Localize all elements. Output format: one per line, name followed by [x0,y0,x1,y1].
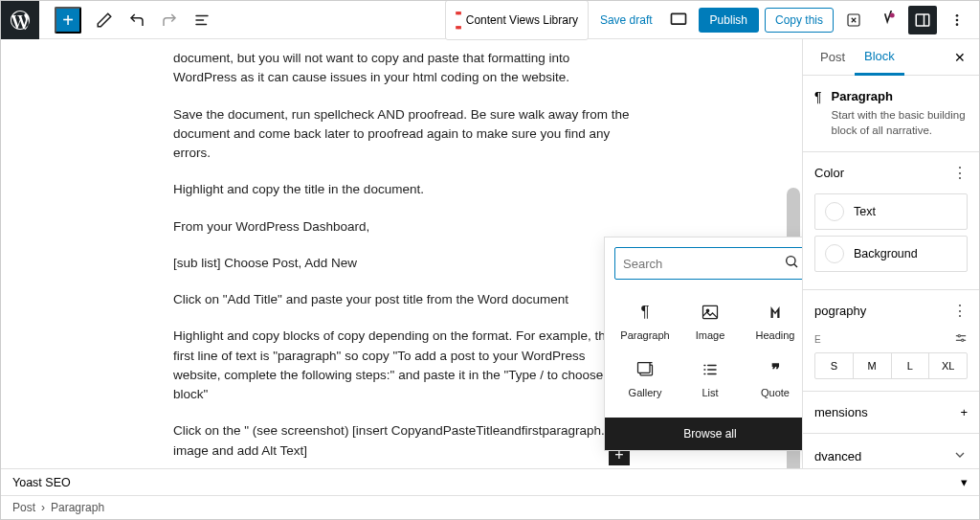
document-overview-icon[interactable] [187,5,217,35]
dimensions-panel-header[interactable]: mensions+ [803,392,979,434]
size-s[interactable]: S [815,353,854,378]
paragraph-block[interactable]: Save the document, run spellcheck AND pr… [173,105,630,164]
gallery-icon [635,360,655,379]
edit-tool-icon[interactable] [89,5,120,35]
paragraph-block[interactable]: Click on the " (see screenshot) [insert … [173,421,630,461]
close-sidebar-icon[interactable]: ✕ [948,46,971,69]
svg-rect-3 [671,13,685,24]
block-description: ¶ Paragraph Start with the basic buildin… [803,76,979,152]
list-icon [702,360,719,379]
top-toolbar: + ▪▪▪▪Content Views Library Save draft P… [1,1,979,39]
svg-rect-6 [916,14,929,26]
block-desc-text: Start with the basic building block of a… [832,107,968,138]
paragraph-block[interactable]: Highlight and copy the title in the docu… [173,180,630,199]
more-options-icon[interactable]: ⋮ [952,164,968,182]
preview-icon[interactable] [664,6,693,34]
color-swatch [825,244,844,263]
text-color-control[interactable]: Text [814,193,968,230]
search-icon [784,254,799,273]
block-option-paragraph[interactable]: ¶Paragraph [612,293,678,350]
save-draft-button[interactable]: Save draft [594,10,658,31]
copy-this-button[interactable]: Copy this [765,8,834,33]
block-option-list[interactable]: List [678,350,743,408]
paragraph-block[interactable]: [sub list] Choose Post, Add New [173,254,630,273]
block-option-heading[interactable]: Heading [743,293,802,350]
svg-point-26 [962,339,964,341]
block-name: Paragraph [832,89,968,103]
svg-point-11 [787,257,795,265]
svg-point-8 [956,14,959,17]
size-label: E [814,334,821,345]
chevron-down-icon: ▾ [961,475,968,489]
jetpack-icon[interactable] [839,6,868,34]
heading-icon [767,303,784,322]
typography-panel-header[interactable]: pography⋮ [803,290,979,331]
paragraph-block[interactable]: Click on "Add Title" and paste your post… [173,290,630,309]
advanced-panel-header[interactable]: dvanced [803,434,979,468]
quick-inserter-panel: ¶Paragraph Image Heading Gallery List ❞Q… [604,237,802,451]
editor-canvas: document, but you will not want to copy … [1,39,802,468]
paragraph-block[interactable]: From your WordPress Dashboard, [173,217,630,237]
block-inserter-button[interactable]: + [55,7,81,34]
color-swatch [825,202,844,221]
chevron-right-icon: › [41,501,45,514]
background-color-control[interactable]: Background [814,236,968,272]
more-options-icon[interactable]: ⋮ [952,302,968,320]
svg-line-12 [794,264,797,267]
breadcrumb-root[interactable]: Post [12,501,35,514]
settings-sidebar: Post Block ✕ ¶ Paragraph Start with the … [802,39,979,468]
yoast-seo-panel[interactable]: Yoast SEO ▾ [1,469,979,496]
svg-point-25 [958,335,960,337]
settings-icon[interactable] [954,331,968,347]
chevron-down-icon [952,447,968,465]
color-panel-header[interactable]: Color⋮ [803,152,979,193]
options-menu-icon[interactable] [943,6,971,34]
image-icon [701,303,720,322]
svg-rect-16 [638,363,651,373]
plus-icon: + [960,405,968,419]
yoast-icon[interactable] [874,6,902,34]
redo-icon[interactable] [154,5,185,35]
tab-block[interactable]: Block [855,39,904,76]
paragraph-icon: ¶ [640,303,649,322]
svg-rect-13 [703,305,718,318]
block-option-quote[interactable]: ❞Quote [743,350,802,408]
size-xl[interactable]: XL [929,353,967,378]
block-breadcrumb: Post › Paragraph [1,496,979,519]
wordpress-logo[interactable] [1,1,39,39]
undo-icon[interactable] [122,5,152,35]
block-option-gallery[interactable]: Gallery [612,350,678,408]
size-m[interactable]: M [854,353,892,378]
svg-point-5 [890,12,895,17]
settings-sidebar-toggle-icon[interactable] [908,6,937,34]
svg-point-10 [956,23,959,26]
block-option-image[interactable]: Image [678,293,743,350]
size-l[interactable]: L [892,353,930,378]
paragraph-block[interactable]: document, but you will not want to copy … [173,49,630,88]
browse-all-button[interactable]: Browse all [605,418,802,450]
quote-icon: ❞ [771,360,780,379]
breadcrumb-current[interactable]: Paragraph [51,501,104,514]
paragraph-block[interactable]: Highlight and copy blocks of copy depend… [173,327,630,404]
paragraph-icon: ¶ [814,89,822,138]
tab-post[interactable]: Post [811,40,855,74]
content-views-library-button[interactable]: ▪▪▪▪Content Views Library [445,0,589,40]
publish-button[interactable]: Publish [699,8,759,33]
svg-point-9 [956,18,959,21]
block-search-input[interactable] [623,257,784,271]
